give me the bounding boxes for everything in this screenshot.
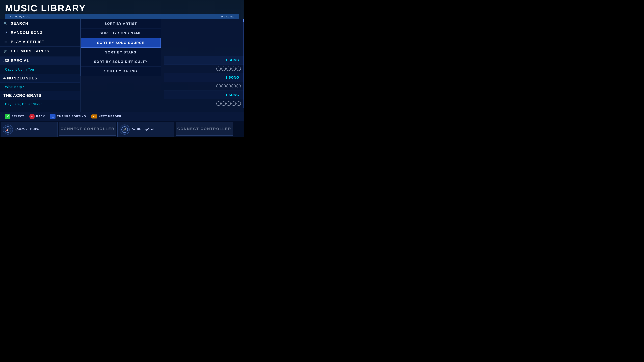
btn-x-wrapper: ✕ bbox=[5, 114, 10, 119]
song-title-whats-up: What's Up? bbox=[5, 85, 24, 89]
control-back: ○ BACK bbox=[29, 114, 45, 119]
control-select: ✕ SELECT bbox=[5, 114, 24, 119]
sort-by-song-source[interactable]: SORT BY SONG SOURCE bbox=[81, 38, 161, 48]
search-icon: 🔍 bbox=[3, 22, 8, 25]
player1-username: q506f5c4b11-USen bbox=[15, 128, 42, 131]
song-whats-up[interactable]: What's Up? bbox=[0, 83, 80, 91]
menu-setlist[interactable]: ☰ PLAY A SETLIST bbox=[0, 37, 80, 46]
setlist-icon: ☰ bbox=[3, 40, 8, 44]
player2-avatar: 🎤 bbox=[120, 124, 130, 135]
menu-more-songs-label: GET MORE SONGS bbox=[11, 49, 50, 53]
back-label: BACK bbox=[36, 115, 45, 118]
player2-username: OscillatingOcelo bbox=[132, 128, 156, 131]
sort-by-stars[interactable]: SORT BY STARS bbox=[81, 48, 161, 57]
menu-setlist-label: PLAY A SETLIST bbox=[11, 40, 44, 44]
control-next-header: R1 NEXT HEADER bbox=[91, 114, 122, 118]
player2-card: 🎤 OscillatingOcelo bbox=[118, 122, 174, 137]
btn-o-label: ○ bbox=[31, 115, 33, 118]
btn-sq-label: □ bbox=[52, 115, 54, 118]
scrollbar-thumb bbox=[243, 19, 244, 22]
menu-random[interactable]: ⇄ RANDOM SONG bbox=[0, 28, 80, 37]
sort-by-rating[interactable]: SORT BY RATING bbox=[81, 66, 161, 76]
song-day-late[interactable]: Day Late, Dollar Short bbox=[0, 100, 80, 109]
song-title-caught-up: Caught Up In You bbox=[5, 67, 34, 71]
sort-dropdown: SORT BY ARTIST SORT BY SONG NAME SORT BY… bbox=[80, 19, 161, 76]
song-caught-up[interactable]: Caught Up In You bbox=[0, 65, 80, 74]
btn-r1-label: R1 bbox=[92, 115, 96, 118]
4nonblondes-song-count: 1 SONG bbox=[226, 76, 239, 79]
connect-controller-2-label: CONNECT CONTROLLER bbox=[177, 127, 231, 131]
svg-text:🎤: 🎤 bbox=[123, 128, 126, 131]
btn-sq-wrapper: □ bbox=[50, 114, 56, 119]
menu-more-songs[interactable]: 🛒 GET MORE SONGS bbox=[0, 46, 80, 56]
connect-controller-2[interactable]: CONNECT CONTROLLER bbox=[176, 122, 233, 136]
scrollbar[interactable] bbox=[243, 19, 244, 108]
btn-x-label: ✕ bbox=[6, 115, 9, 118]
artist-name-4nonblondes: 4 NONBLONDES bbox=[3, 76, 38, 80]
btn-r1-wrapper: R1 bbox=[91, 114, 97, 118]
caught-up-stars bbox=[216, 66, 241, 71]
page-title: MUSIC LIBRARY bbox=[5, 3, 239, 13]
artist-name-acro-brats: THE ACRO-BRATS bbox=[3, 93, 42, 98]
control-change-sorting: □ CHANGE SORTING bbox=[50, 114, 86, 119]
sort-by-artist[interactable]: SORT BY ARTIST bbox=[81, 19, 161, 28]
menu-search[interactable]: 🔍 SEARCH bbox=[0, 19, 80, 28]
menu-random-label: RANDOM SONG bbox=[11, 30, 43, 35]
subtitle-bar: Sorted by Artist 269 Songs bbox=[5, 14, 239, 19]
players-bar: 🎸 q506f5c4b11-USen CONNECT CONTROLLER 🎤 … bbox=[0, 121, 244, 137]
artist-4nonblondes[interactable]: 4 NONBLONDES bbox=[0, 74, 80, 83]
38special-song-count: 1 SONG bbox=[226, 58, 239, 62]
song-title-day-late: Day Late, Dollar Short bbox=[5, 102, 42, 106]
btn-o-wrapper: ○ bbox=[29, 114, 35, 119]
cart-icon: 🛒 bbox=[3, 49, 8, 53]
artist-acro-brats[interactable]: THE ACRO-BRATS bbox=[0, 91, 80, 100]
day-late-stars bbox=[216, 101, 241, 106]
connect-controller-1-label: CONNECT CONTROLLER bbox=[60, 127, 114, 131]
random-icon: ⇄ bbox=[3, 31, 8, 34]
menu-search-label: SEARCH bbox=[11, 21, 28, 26]
right-panel: 1 SONG 1 SONG bbox=[164, 19, 244, 108]
connect-controller-1[interactable]: CONNECT CONTROLLER bbox=[59, 122, 116, 136]
sorted-by-label: Sorted by Artist bbox=[10, 15, 30, 18]
player1-avatar: 🎸 bbox=[3, 124, 13, 135]
artist-38special[interactable]: .38 SPECIAL bbox=[0, 56, 80, 65]
whats-up-stars bbox=[216, 84, 241, 88]
change-sorting-label: CHANGE SORTING bbox=[57, 115, 86, 118]
artist-list: .38 SPECIAL Caught Up In You 4 NONBLONDE… bbox=[0, 56, 80, 109]
svg-text:🎸: 🎸 bbox=[6, 128, 10, 132]
sort-by-difficulty[interactable]: SORT BY SONG DIFFICULTY bbox=[81, 57, 161, 66]
player1-card: 🎸 q506f5c4b11-USen bbox=[1, 122, 58, 137]
header: MUSIC LIBRARY Sorted by Artist 269 Songs bbox=[0, 0, 244, 19]
sort-by-song-name[interactable]: SORT BY SONG NAME bbox=[81, 28, 161, 38]
song-count-label: 269 Songs bbox=[220, 15, 234, 18]
select-label: SELECT bbox=[12, 115, 24, 118]
bottom-bar: ✕ SELECT ○ BACK □ CHANGE SORTING R1 NEXT… bbox=[0, 112, 244, 137]
controls-bar: ✕ SELECT ○ BACK □ CHANGE SORTING R1 NEXT… bbox=[0, 112, 244, 121]
artist-name-38special: .38 SPECIAL bbox=[3, 58, 29, 63]
next-header-label: NEXT HEADER bbox=[98, 115, 122, 118]
acro-brats-song-count: 1 SONG bbox=[226, 93, 239, 97]
